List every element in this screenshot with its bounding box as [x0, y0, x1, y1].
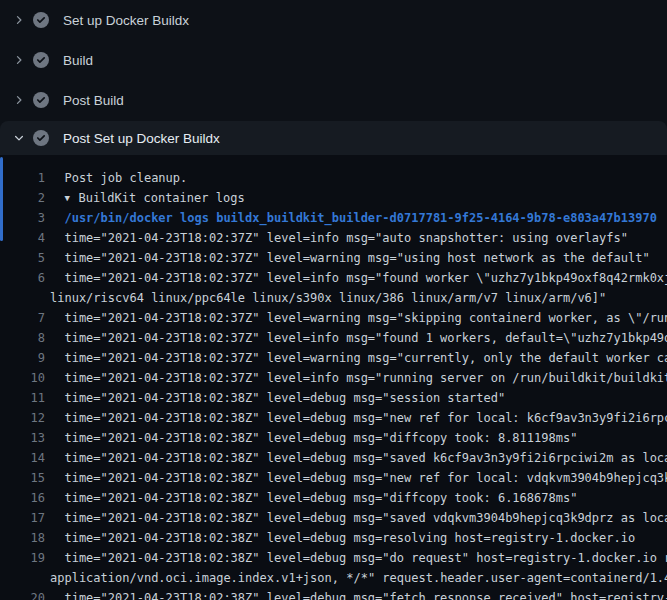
log-line-text: ▼BuildKit container logs [50, 188, 245, 208]
log-line: 9time="2021-04-23T18:02:37Z" level=warni… [0, 348, 667, 368]
log-viewer[interactable]: 1Post job cleanup.2▼BuildKit container l… [0, 155, 667, 600]
log-line: 13time="2021-04-23T18:02:38Z" level=debu… [0, 428, 667, 448]
log-line-number[interactable]: 17 [0, 508, 45, 528]
log-line-continuation: linux/riscv64 linux/ppc64le linux/s390x … [0, 288, 667, 308]
log-line-text: application/vnd.oci.image.index.v1+json,… [50, 568, 667, 588]
log-line: 7time="2021-04-23T18:02:37Z" level=warni… [0, 308, 667, 328]
log-line: 12time="2021-04-23T18:02:38Z" level=debu… [0, 408, 667, 428]
log-line: 11time="2021-04-23T18:02:38Z" level=debu… [0, 388, 667, 408]
check-circle-icon [33, 92, 49, 108]
log-line-number[interactable]: 15 [0, 468, 45, 488]
chevron-right-icon[interactable] [11, 12, 27, 28]
log-line-text: time="2021-04-23T18:02:37Z" level=info m… [50, 228, 628, 248]
log-line: 6time="2021-04-23T18:02:37Z" level=info … [0, 268, 667, 288]
log-line-number[interactable]: 1 [0, 168, 45, 188]
log-line-text: time="2021-04-23T18:02:38Z" level=debug … [50, 488, 577, 508]
chevron-down-icon[interactable] [11, 130, 27, 146]
log-line-text: time="2021-04-23T18:02:37Z" level=info m… [50, 368, 667, 388]
log-line-text: time="2021-04-23T18:02:37Z" level=warnin… [50, 348, 667, 368]
log-line: 17time="2021-04-23T18:02:38Z" level=debu… [0, 508, 667, 528]
log-line-text: time="2021-04-23T18:02:38Z" level=debug … [50, 588, 667, 600]
log-line-text: time="2021-04-23T18:02:38Z" level=debug … [50, 388, 505, 408]
chevron-right-icon[interactable] [11, 52, 27, 68]
step-row-post-setup-docker-buildx[interactable]: Post Set up Docker Buildx [0, 121, 667, 155]
log-line-text: time="2021-04-23T18:02:38Z" level=debug … [50, 428, 577, 448]
log-line-text: time="2021-04-23T18:02:37Z" level=warnin… [50, 308, 667, 328]
log-line: 19time="2021-04-23T18:02:38Z" level=debu… [0, 548, 667, 568]
log-line-number[interactable]: 4 [0, 228, 45, 248]
step-row-post-build[interactable]: Post Build [0, 80, 667, 120]
log-line-text: time="2021-04-23T18:02:37Z" level=warnin… [50, 248, 650, 268]
log-line: 10time="2021-04-23T18:02:37Z" level=info… [0, 368, 667, 388]
log-line-number[interactable]: 19 [0, 548, 45, 568]
step-label: Build [63, 53, 93, 68]
log-line: 2▼BuildKit container logs [0, 188, 667, 208]
log-line-text: linux/riscv64 linux/ppc64le linux/s390x … [50, 288, 606, 308]
check-circle-icon [33, 52, 49, 68]
log-line: 18time="2021-04-23T18:02:38Z" level=debu… [0, 528, 667, 548]
log-line-number[interactable]: 12 [0, 408, 45, 428]
log-line-number[interactable]: 6 [0, 268, 45, 288]
log-line-continuation: application/vnd.oci.image.index.v1+json,… [0, 568, 667, 588]
log-line-text: time="2021-04-23T18:02:38Z" level=debug … [50, 448, 667, 468]
step-label: Post Build [63, 93, 124, 108]
step-row-setup-docker-buildx[interactable]: Set up Docker Buildx [0, 0, 667, 40]
log-line: 1Post job cleanup. [0, 168, 667, 188]
log-line-text: time="2021-04-23T18:02:38Z" level=debug … [50, 528, 635, 548]
log-line-number [0, 568, 45, 588]
check-circle-icon [33, 12, 49, 28]
log-line: 20time="2021-04-23T18:02:38Z" level=debu… [0, 588, 667, 600]
log-line-number[interactable]: 14 [0, 448, 45, 468]
scroll-indicator[interactable] [0, 157, 3, 241]
log-line-number[interactable]: 11 [0, 388, 45, 408]
check-circle-icon [33, 130, 49, 146]
actions-log-panel: Set up Docker Buildx Build [0, 0, 667, 600]
log-line-text: time="2021-04-23T18:02:38Z" level=debug … [50, 508, 667, 528]
log-line: 4time="2021-04-23T18:02:37Z" level=info … [0, 228, 667, 248]
log-line-number[interactable]: 13 [0, 428, 45, 448]
log-line-number[interactable]: 10 [0, 368, 45, 388]
chevron-right-icon[interactable] [11, 92, 27, 108]
log-line-text: time="2021-04-23T18:02:37Z" level=info m… [50, 268, 667, 288]
log-line-number [0, 288, 45, 308]
log-line-number[interactable]: 2 [0, 188, 45, 208]
log-line-number[interactable]: 20 [0, 588, 45, 600]
step-label: Set up Docker Buildx [63, 13, 189, 28]
log-line: 15time="2021-04-23T18:02:38Z" level=debu… [0, 468, 667, 488]
log-line-number[interactable]: 9 [0, 348, 45, 368]
log-line-text: time="2021-04-23T18:02:38Z" level=debug … [50, 548, 667, 568]
log-line-number[interactable]: 5 [0, 248, 45, 268]
group-collapse-triangle-icon[interactable]: ▼ [64, 188, 78, 208]
log-line-number[interactable]: 18 [0, 528, 45, 548]
log-line: 14time="2021-04-23T18:02:38Z" level=debu… [0, 448, 667, 468]
log-line-number[interactable]: 8 [0, 328, 45, 348]
log-line-number[interactable]: 16 [0, 488, 45, 508]
log-line: 8time="2021-04-23T18:02:37Z" level=info … [0, 328, 667, 348]
step-label: Post Set up Docker Buildx [63, 131, 220, 146]
log-line-text: time="2021-04-23T18:02:38Z" level=debug … [50, 468, 667, 488]
step-row-build[interactable]: Build [0, 40, 667, 80]
log-line: 5time="2021-04-23T18:02:37Z" level=warni… [0, 248, 667, 268]
steps-list: Set up Docker Buildx Build [0, 0, 667, 155]
log-line-number[interactable]: 7 [0, 308, 45, 328]
log-line: 16time="2021-04-23T18:02:38Z" level=debu… [0, 488, 667, 508]
log-lines: 1Post job cleanup.2▼BuildKit container l… [0, 168, 667, 600]
log-line-text: Post job cleanup. [50, 168, 187, 188]
log-line-text: time="2021-04-23T18:02:38Z" level=debug … [50, 408, 667, 428]
log-line-text: time="2021-04-23T18:02:37Z" level=info m… [50, 328, 667, 348]
log-line: 3/usr/bin/docker logs buildx_buildkit_bu… [0, 208, 667, 228]
log-line-number[interactable]: 3 [0, 208, 45, 228]
log-command-text: /usr/bin/docker logs buildx_buildkit_bui… [50, 208, 657, 228]
